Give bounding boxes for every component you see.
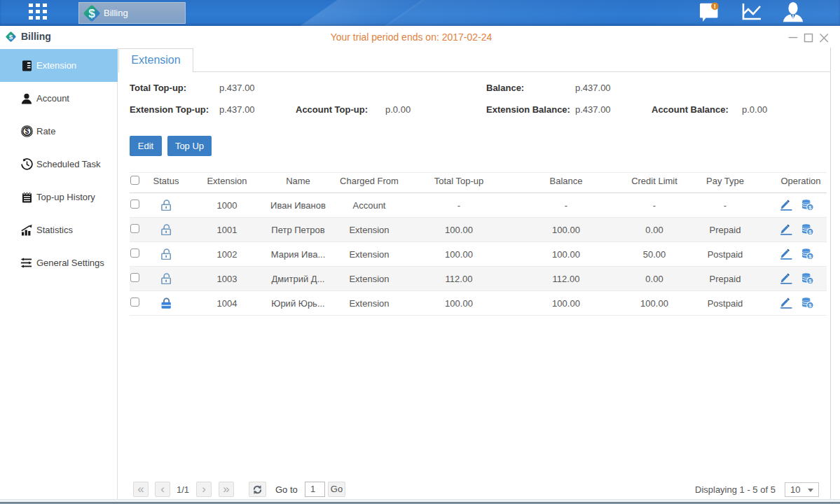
svg-text:$: $ [25, 127, 29, 135]
svg-text:$: $ [88, 7, 95, 20]
svg-text:!: ! [714, 2, 716, 10]
